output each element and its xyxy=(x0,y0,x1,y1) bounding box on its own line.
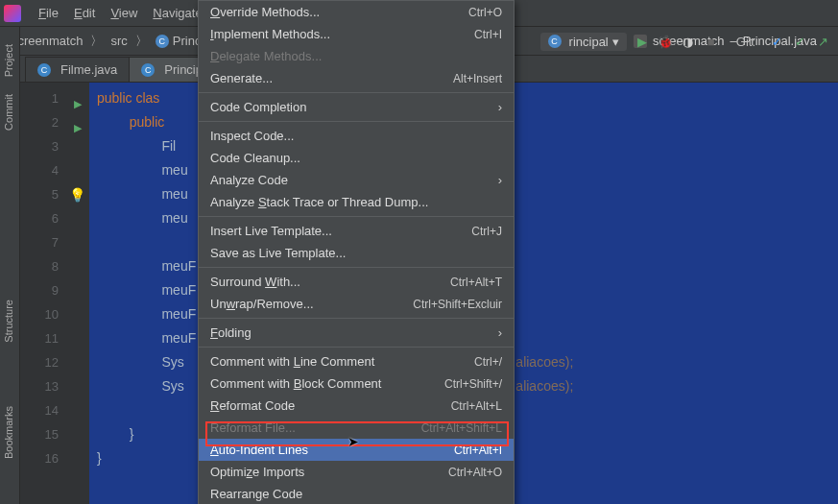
debug-button[interactable]: 🐞 xyxy=(658,35,673,49)
run-config-selector[interactable]: C rincipal ▾ xyxy=(540,33,627,51)
menu-inspect-code[interactable]: Inspect Code... xyxy=(199,125,514,147)
menu-generate[interactable]: Generate...Alt+Insert xyxy=(199,67,514,89)
run-button[interactable]: ▶ xyxy=(634,35,650,49)
class-icon: C xyxy=(548,35,562,48)
menu-view[interactable]: View xyxy=(103,2,145,24)
menu-surround-with[interactable]: Surround With...Ctrl+Alt+T xyxy=(199,271,514,293)
menu-separator xyxy=(199,92,514,93)
menu-analyze-code[interactable]: Analyze Code› xyxy=(199,169,514,191)
line-number: 14 xyxy=(20,398,64,422)
coverage-button[interactable]: ◑ xyxy=(681,35,696,49)
line-number: 8 xyxy=(20,254,64,278)
line-number: 5 xyxy=(20,182,64,206)
breadcrumb-src[interactable]: src xyxy=(107,34,131,48)
line-number: 15 xyxy=(20,422,64,446)
menu-reformat-code[interactable]: Reformat CodeCtrl+Alt+L xyxy=(199,395,514,417)
intention-bulb-icon[interactable]: 💡 xyxy=(69,187,85,203)
menu-code-completion[interactable]: Code Completion› xyxy=(199,96,514,118)
gutter-icon-strip: 💡 xyxy=(64,83,89,504)
submenu-arrow-icon: › xyxy=(498,100,502,114)
menu-save-live-template[interactable]: Save as Live Template... xyxy=(199,242,514,264)
line-number: 10 xyxy=(20,302,64,326)
menu-separator xyxy=(199,267,514,268)
menu-reformat-file[interactable]: Reformat File...Ctrl+Alt+Shift+L xyxy=(199,417,514,439)
menu-analyze-stack[interactable]: Analyze Stack Trace or Thread Dump... xyxy=(199,191,514,213)
git-commit-icon[interactable]: ✓ xyxy=(792,35,807,49)
run-gutter-icon[interactable]: ▶ xyxy=(74,116,82,140)
toolwindow-structure[interactable]: Structure xyxy=(3,300,14,343)
line-number: 2▶ xyxy=(20,110,64,134)
submenu-arrow-icon: › xyxy=(498,325,502,340)
chevron-down-icon: ▾ xyxy=(612,35,619,49)
tab-filme[interactable]: CFilme.java xyxy=(25,57,130,82)
git-update-icon[interactable]: ✓ xyxy=(769,35,784,49)
menu-separator xyxy=(199,347,514,348)
left-toolwindow-strip: Project Commit Structure Bookmarks xyxy=(0,27,20,504)
toolwindow-project[interactable]: Project xyxy=(3,44,14,77)
class-icon: C xyxy=(37,63,51,77)
chevron-icon: 〉 xyxy=(86,33,107,50)
run-toolbar: C rincipal ▾ ▶ 🐞 ◑ ■ Git: ✓ ✓ ↗ xyxy=(512,27,838,56)
run-gutter-icon[interactable]: ▶ xyxy=(74,92,82,116)
menu-separator xyxy=(199,318,514,319)
line-number: 3 xyxy=(20,134,64,158)
menu-unwrap-remove[interactable]: Unwrap/Remove...Ctrl+Shift+Excluir xyxy=(199,293,514,315)
line-number-gutter: 1▶ 2▶ 3 4 5 6 7 8 9 10 11 12 13 14 15 16 xyxy=(20,83,64,504)
menu-code-cleanup[interactable]: Code Cleanup... xyxy=(199,147,514,169)
toolwindow-commit[interactable]: Commit xyxy=(3,94,14,131)
menu-override-methods[interactable]: Override Methods...Ctrl+O xyxy=(199,1,514,23)
menu-separator xyxy=(199,216,514,217)
menu-comment-block[interactable]: Comment with Block CommentCtrl+Shift+/ xyxy=(199,372,514,395)
line-number: 7 xyxy=(20,230,64,254)
menu-optimize-imports[interactable]: Optimize ImportsCtrl+Alt+O xyxy=(199,461,514,483)
class-icon: C xyxy=(156,35,169,48)
line-number: 11 xyxy=(20,326,64,350)
stop-button[interactable]: ■ xyxy=(704,35,719,49)
line-number: 16 xyxy=(20,446,64,470)
submenu-arrow-icon: › xyxy=(498,173,502,187)
toolwindow-bookmarks[interactable]: Bookmarks xyxy=(3,406,14,459)
git-label: Git: xyxy=(736,35,755,49)
line-number: 6 xyxy=(20,206,64,230)
menu-edit[interactable]: Edit xyxy=(66,2,103,24)
menu-insert-live-template[interactable]: Insert Live Template...Ctrl+J xyxy=(199,220,514,242)
menu-auto-indent-lines[interactable]: Auto-Indent LinesCtrl+Alt+I xyxy=(199,439,514,461)
menu-folding[interactable]: Folding› xyxy=(199,322,514,344)
menu-delegate-methods: Delegate Methods... xyxy=(199,45,514,67)
app-icon xyxy=(4,5,21,22)
code-menu-dropdown: Override Methods...Ctrl+O Implement Meth… xyxy=(198,0,515,504)
chevron-icon: 〉 xyxy=(132,33,152,50)
line-number: 12 xyxy=(20,350,64,374)
line-number: 13 xyxy=(20,374,64,398)
menu-file[interactable]: FFileile xyxy=(31,2,66,24)
git-push-icon[interactable]: ↗ xyxy=(815,35,830,49)
menu-implement-methods[interactable]: Implement Methods...Ctrl+I xyxy=(199,23,514,45)
line-number: 4 xyxy=(20,158,64,182)
menu-comment-line[interactable]: Comment with Line CommentCtrl+/ xyxy=(199,350,514,372)
line-number: 9 xyxy=(20,278,64,302)
class-icon: C xyxy=(141,63,155,77)
line-number: 1▶ xyxy=(20,86,64,110)
menu-rearrange-code[interactable]: Rearrange Code xyxy=(199,483,514,504)
menu-separator xyxy=(199,121,514,122)
